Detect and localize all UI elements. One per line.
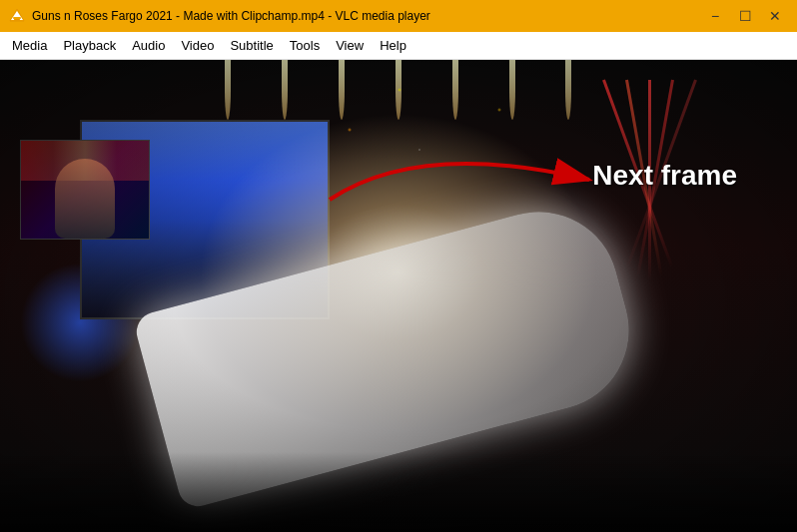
- menu-item-help[interactable]: Help: [372, 34, 414, 57]
- annotation-arrow: [300, 120, 619, 240]
- restore-button[interactable]: ☐: [731, 4, 759, 28]
- menu-item-playback[interactable]: Playback: [55, 34, 124, 57]
- menu-item-video[interactable]: Video: [173, 34, 222, 57]
- next-frame-annotation: Next frame: [592, 160, 737, 192]
- menu-item-audio[interactable]: Audio: [124, 34, 173, 57]
- svg-rect-3: [14, 19, 20, 21]
- window-title: Guns n Roses Fargo 2021 - Made with Clip…: [32, 9, 430, 23]
- menu-item-view[interactable]: View: [328, 34, 372, 57]
- video-container[interactable]: Next frame: [0, 60, 797, 532]
- svg-rect-2: [13, 17, 21, 19]
- menu-item-media[interactable]: Media: [4, 34, 55, 57]
- crowd-silhouette: [0, 452, 797, 532]
- menu-item-tools[interactable]: Tools: [282, 34, 328, 57]
- title-bar-controls: − ☐ ✕: [701, 4, 789, 28]
- minimize-button[interactable]: −: [701, 4, 729, 28]
- vlc-icon: [8, 7, 26, 25]
- title-bar-left: Guns n Roses Fargo 2021 - Made with Clip…: [8, 7, 430, 25]
- close-button[interactable]: ✕: [761, 4, 789, 28]
- menu-item-subtitle[interactable]: Subtitle: [222, 34, 281, 57]
- title-bar: Guns n Roses Fargo 2021 - Made with Clip…: [0, 0, 797, 32]
- menu-bar: MediaPlaybackAudioVideoSubtitleToolsView…: [0, 32, 797, 60]
